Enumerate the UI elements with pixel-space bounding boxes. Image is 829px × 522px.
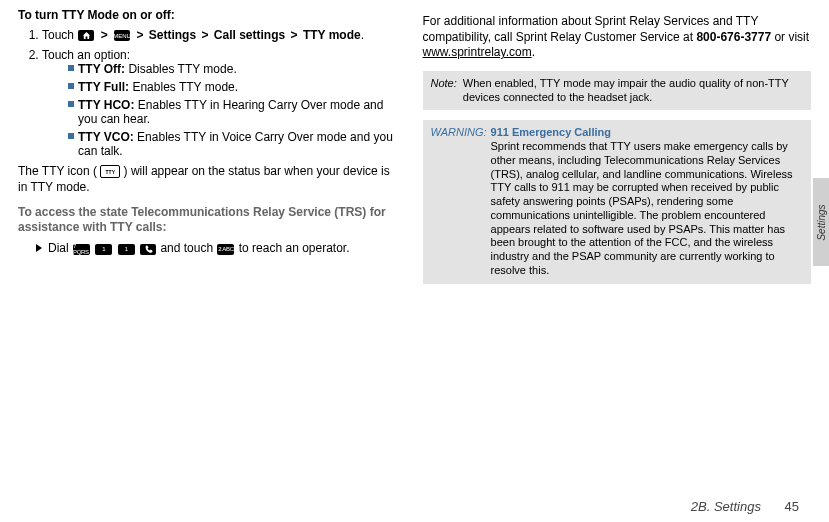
subheading-trs: To access the state Telecommunications R… — [18, 205, 397, 235]
opt-label: TTY Full: — [78, 80, 129, 94]
page-footer: 2B. Settings 45 — [691, 499, 799, 514]
step-1: Touch > MENU > Settings > Call settings … — [42, 28, 397, 42]
footer-page-number: 45 — [785, 499, 799, 514]
opt-tty-full: TTY Full: Enables TTY mode. — [68, 80, 397, 94]
footer-section: 2B. Settings — [691, 499, 761, 514]
side-tab-label: Settings — [816, 204, 827, 240]
opt-label: TTY Off: — [78, 62, 125, 76]
keypad-1-icon: 1 — [118, 244, 135, 255]
warning-title: 911 Emergency Calling — [491, 126, 803, 140]
keypad-1-icon: 1 — [95, 244, 112, 255]
home-icon — [78, 30, 94, 41]
menu-path-tty-mode: TTY mode — [303, 28, 361, 42]
chevron-icon: > — [136, 28, 143, 42]
side-tab: Settings — [813, 178, 829, 266]
options-list: TTY Off: Disables TTY mode. TTY Full: En… — [42, 62, 397, 158]
dial-tail: to reach an operator. — [239, 241, 350, 255]
tty-para-a: The TTY icon ( — [18, 164, 97, 178]
note-box: Note: When enabled, TTY mode may impair … — [423, 71, 812, 111]
steps-list: Touch > MENU > Settings > Call settings … — [18, 28, 397, 158]
dial-instruction: Dial 7 PQRS 1 1 and touch 2 ABC to reach… — [36, 241, 397, 255]
menu-path-settings: Settings — [149, 28, 196, 42]
info-c: . — [532, 45, 535, 59]
step-2: Touch an option: TTY Off: Disables TTY m… — [42, 48, 397, 158]
info-phone: 800-676-3777 — [696, 30, 771, 44]
step2-text: Touch an option: — [42, 48, 130, 62]
opt-text: Disables TTY mode. — [125, 62, 237, 76]
info-b: or visit — [771, 30, 809, 44]
dial-mid: and touch — [160, 241, 216, 255]
chevron-icon: > — [291, 28, 298, 42]
warning-box: WARNING: 911 Emergency Calling Sprint re… — [423, 120, 812, 283]
chevron-icon: > — [201, 28, 208, 42]
step1-tail: . — [361, 28, 364, 42]
opt-tty-hco: TTY HCO: Enables TTY in Hearing Carry Ov… — [68, 98, 397, 126]
chevron-icon: > — [101, 28, 108, 42]
right-column: For additional information about Sprint … — [415, 8, 812, 490]
dial-lead: Dial — [48, 241, 72, 255]
warning-body: 911 Emergency Calling Sprint recommends … — [491, 126, 803, 277]
heading-turn-tty: To turn TTY Mode on or off: — [18, 8, 397, 22]
warning-label: WARNING: — [431, 126, 491, 277]
note-label: Note: — [431, 77, 463, 105]
info-url: www.sprintrelay.com — [423, 45, 532, 59]
tty-icon: TTY — [100, 165, 120, 178]
menu-path-call-settings: Call settings — [214, 28, 285, 42]
menu-icon: MENU — [114, 30, 130, 41]
opt-label: TTY VCO: — [78, 130, 134, 144]
phone-icon — [140, 244, 156, 255]
note-text: When enabled, TTY mode may impair the au… — [463, 77, 803, 105]
left-column: To turn TTY Mode on or off: Touch > MENU… — [18, 8, 415, 490]
opt-tty-off: TTY Off: Disables TTY mode. — [68, 62, 397, 76]
opt-label: TTY HCO: — [78, 98, 134, 112]
keypad-2-icon: 2 ABC — [217, 244, 234, 255]
warning-text: Sprint recommends that TTY users make em… — [491, 140, 793, 276]
tty-icon-paragraph: The TTY icon ( TTY ) will appear on the … — [18, 164, 397, 195]
keypad-7-icon: 7 PQRS — [73, 244, 90, 255]
opt-tty-vco: TTY VCO: Enables TTY in Voice Carry Over… — [68, 130, 397, 158]
dial-list: Dial 7 PQRS 1 1 and touch 2 ABC to reach… — [18, 241, 397, 255]
step1-lead: Touch — [42, 28, 77, 42]
info-paragraph: For additional information about Sprint … — [423, 14, 812, 61]
opt-text: Enables TTY mode. — [129, 80, 238, 94]
